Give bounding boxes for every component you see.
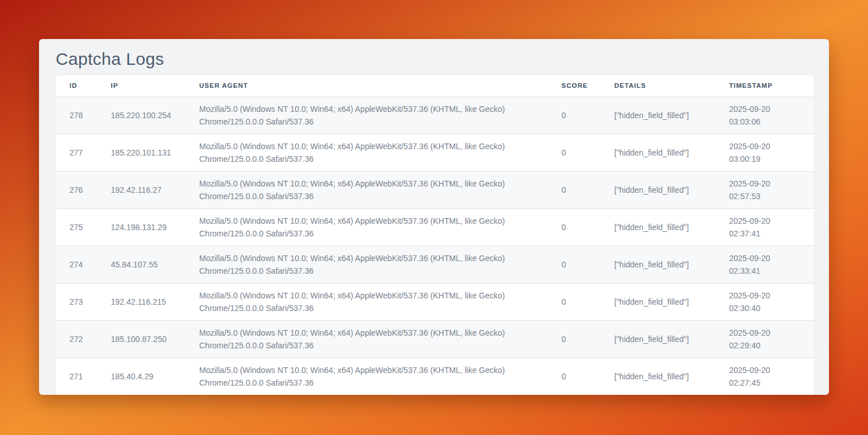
cell-details: ["hidden_field_filled"] bbox=[614, 283, 729, 320]
cell-user-agent: Mozilla/5.0 (Windows NT 10.0; Win64; x64… bbox=[199, 358, 561, 395]
cell-score: 0 bbox=[561, 283, 614, 320]
cell-user-agent: Mozilla/5.0 (Windows NT 10.0; Win64; x64… bbox=[199, 134, 561, 171]
cell-score: 0 bbox=[561, 320, 614, 358]
cell-id: 275 bbox=[56, 208, 111, 246]
cell-score: 0 bbox=[561, 171, 614, 208]
cell-timestamp: 2025-09-20 02:33:41 bbox=[729, 246, 814, 283]
cell-user-agent: Mozilla/5.0 (Windows NT 10.0; Win64; x64… bbox=[199, 283, 561, 320]
cell-user-agent: Mozilla/5.0 (Windows NT 10.0; Win64; x64… bbox=[199, 171, 561, 208]
cell-id: 278 bbox=[56, 96, 111, 134]
captcha-logs-table: ID IP USER AGENT SCORE DETAILS TIMESTAMP… bbox=[56, 75, 814, 395]
logs-table-container: ID IP USER AGENT SCORE DETAILS TIMESTAMP… bbox=[56, 75, 814, 395]
cell-id: 274 bbox=[56, 246, 111, 283]
column-header-user-agent: USER AGENT bbox=[199, 75, 561, 96]
cell-score: 0 bbox=[561, 134, 614, 171]
table-row: 275 124.198.131.29 Mozilla/5.0 (Windows … bbox=[56, 208, 814, 246]
cell-id: 273 bbox=[56, 283, 111, 320]
cell-id: 271 bbox=[56, 358, 111, 395]
cell-ip: 185.40.4.29 bbox=[111, 358, 199, 395]
page-title: Captcha Logs bbox=[56, 47, 812, 71]
cell-ip: 45.84.107.55 bbox=[111, 246, 199, 283]
cell-details: ["hidden_field_filled"] bbox=[614, 208, 729, 246]
column-header-timestamp: TIMESTAMP bbox=[729, 75, 814, 96]
cell-score: 0 bbox=[561, 246, 614, 283]
table-row: 272 185.100.87.250 Mozilla/5.0 (Windows … bbox=[56, 320, 814, 358]
cell-timestamp: 2025-09-20 02:30:40 bbox=[729, 283, 814, 320]
cell-score: 0 bbox=[561, 208, 614, 246]
cell-score: 0 bbox=[561, 358, 614, 395]
cell-ip: 185.100.87.250 bbox=[111, 320, 199, 358]
column-header-ip: IP bbox=[111, 75, 199, 96]
cell-user-agent: Mozilla/5.0 (Windows NT 10.0; Win64; x64… bbox=[199, 96, 561, 134]
column-header-id: ID bbox=[56, 75, 111, 96]
table-row: 271 185.40.4.29 Mozilla/5.0 (Windows NT … bbox=[56, 358, 814, 395]
table-row: 273 192.42.116.215 Mozilla/5.0 (Windows … bbox=[56, 283, 814, 320]
cell-details: ["hidden_field_filled"] bbox=[614, 134, 729, 171]
table-row: 276 192.42.116.27 Mozilla/5.0 (Windows N… bbox=[56, 171, 814, 208]
cell-details: ["hidden_field_filled"] bbox=[614, 171, 729, 208]
cell-timestamp: 2025-09-20 03:03:06 bbox=[729, 96, 814, 134]
table-body: 278 185.220.100.254 Mozilla/5.0 (Windows… bbox=[56, 96, 814, 395]
captcha-logs-panel: Captcha Logs ID IP USER AGENT SCORE DETA… bbox=[39, 39, 829, 395]
cell-timestamp: 2025-09-20 03:00:19 bbox=[729, 134, 814, 171]
cell-details: ["hidden_field_filled"] bbox=[614, 96, 729, 134]
cell-user-agent: Mozilla/5.0 (Windows NT 10.0; Win64; x64… bbox=[199, 246, 561, 283]
table-row: 277 185.220.101.131 Mozilla/5.0 (Windows… bbox=[56, 134, 814, 171]
table-header-row: ID IP USER AGENT SCORE DETAILS TIMESTAMP bbox=[56, 75, 814, 96]
cell-user-agent: Mozilla/5.0 (Windows NT 10.0; Win64; x64… bbox=[199, 320, 561, 358]
cell-timestamp: 2025-09-20 02:57:53 bbox=[729, 171, 814, 208]
cell-details: ["hidden_field_filled"] bbox=[614, 320, 729, 358]
cell-score: 0 bbox=[561, 96, 614, 134]
cell-ip: 192.42.116.215 bbox=[111, 283, 199, 320]
cell-ip: 192.42.116.27 bbox=[111, 171, 199, 208]
cell-id: 272 bbox=[56, 320, 111, 358]
cell-id: 277 bbox=[56, 134, 111, 171]
column-header-score: SCORE bbox=[561, 75, 614, 96]
cell-details: ["hidden_field_filled"] bbox=[614, 358, 729, 395]
cell-timestamp: 2025-09-20 02:29:40 bbox=[729, 320, 814, 358]
table-row: 274 45.84.107.55 Mozilla/5.0 (Windows NT… bbox=[56, 246, 814, 283]
column-header-details: DETAILS bbox=[614, 75, 729, 96]
cell-ip: 185.220.100.254 bbox=[111, 96, 199, 134]
cell-ip: 185.220.101.131 bbox=[111, 134, 199, 171]
cell-timestamp: 2025-09-20 02:27:45 bbox=[729, 358, 814, 395]
cell-user-agent: Mozilla/5.0 (Windows NT 10.0; Win64; x64… bbox=[199, 208, 561, 246]
table-row: 278 185.220.100.254 Mozilla/5.0 (Windows… bbox=[56, 96, 814, 134]
cell-id: 276 bbox=[56, 171, 111, 208]
cell-ip: 124.198.131.29 bbox=[111, 208, 199, 246]
cell-timestamp: 2025-09-20 02:37:41 bbox=[729, 208, 814, 246]
cell-details: ["hidden_field_filled"] bbox=[614, 246, 729, 283]
